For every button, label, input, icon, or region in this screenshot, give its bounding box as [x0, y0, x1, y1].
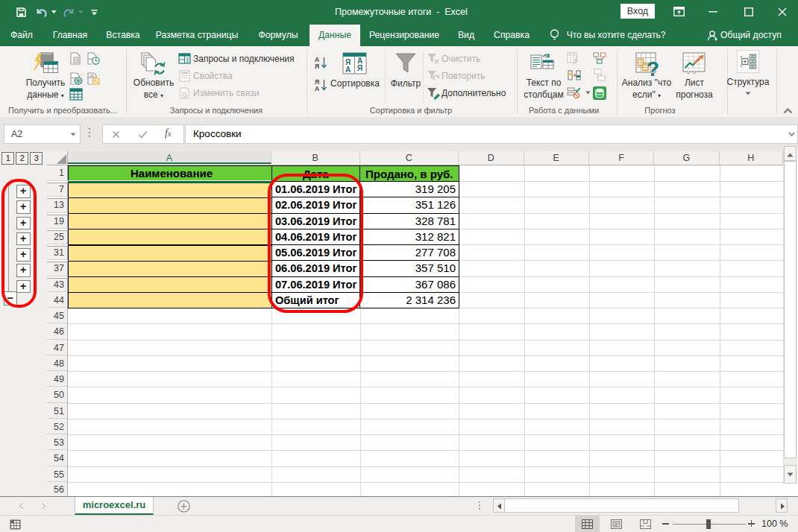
svg-text:А: А [345, 66, 351, 74]
svg-text:Я: Я [357, 64, 362, 72]
svg-text:Я: Я [315, 63, 319, 70]
svg-text:А: А [315, 85, 319, 92]
svg-text:?: ? [647, 57, 659, 77]
